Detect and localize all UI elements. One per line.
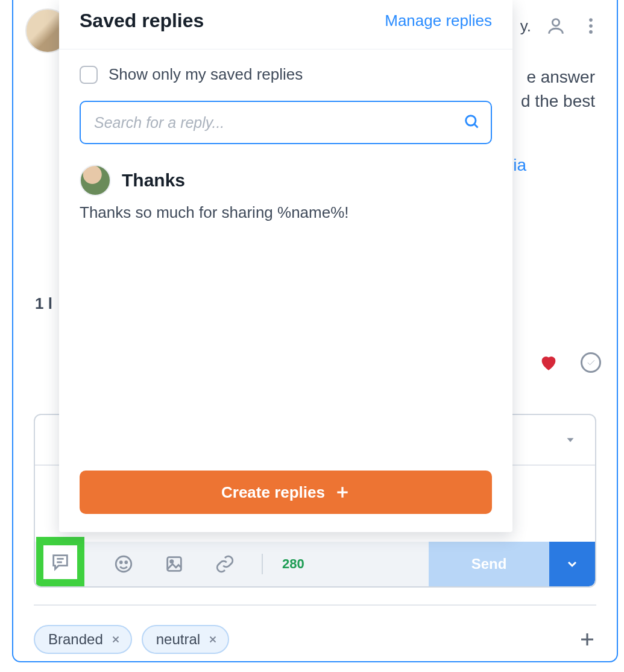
add-tag-button[interactable] xyxy=(578,630,596,648)
tags-row: Branded neutral xyxy=(34,604,596,660)
svg-rect-9 xyxy=(168,557,181,571)
svg-point-6 xyxy=(116,556,131,572)
search-icon[interactable] xyxy=(463,113,480,132)
saved-replies-popover: Saved replies Manage replies Show only m… xyxy=(59,0,512,532)
saved-replies-button-highlight xyxy=(36,537,84,588)
link-icon xyxy=(215,554,235,574)
svg-point-8 xyxy=(125,562,127,563)
heart-icon[interactable] xyxy=(538,352,559,373)
char-count: 280 xyxy=(282,556,304,572)
send-group: Send xyxy=(429,542,595,586)
post-line: e answer xyxy=(526,68,595,86)
chevron-down-icon[interactable] xyxy=(564,433,577,446)
svg-point-11 xyxy=(466,116,476,125)
smile-icon xyxy=(113,554,134,574)
person-icon[interactable] xyxy=(546,16,566,36)
tag-pill-branded[interactable]: Branded xyxy=(34,625,132,654)
send-button-label: Send xyxy=(471,556,507,572)
saved-reply-item[interactable]: Thanks Thanks so much for sharing %name%… xyxy=(80,160,492,227)
post-link-fragment[interactable]: ia xyxy=(513,156,526,175)
speech-bubble-icon xyxy=(50,552,71,572)
tag-remove-icon[interactable] xyxy=(207,634,218,645)
check-circle-icon[interactable] xyxy=(581,352,601,373)
likes-count-fragment: 1 l xyxy=(35,294,52,313)
post-line: d the best xyxy=(521,89,595,113)
post-body-fragment: e answer d the best xyxy=(521,65,595,113)
svg-point-1 xyxy=(589,18,593,22)
tag-label: Branded xyxy=(48,631,103,648)
header-text-fragment: y. xyxy=(520,17,531,36)
saved-reply-title: Thanks xyxy=(122,170,185,191)
tag-pill-neutral[interactable]: neutral xyxy=(142,625,229,654)
avatar xyxy=(80,165,111,196)
emoji-button[interactable] xyxy=(106,547,141,582)
popover-title: Saved replies xyxy=(80,10,204,32)
popover-body: Show only my saved replies Thanks Thanks… xyxy=(59,49,512,532)
manage-replies-link[interactable]: Manage replies xyxy=(385,11,492,30)
main-panel: y. e answer d the best ia 1 l xyxy=(12,0,618,662)
svg-point-2 xyxy=(589,24,593,28)
plus-icon xyxy=(335,484,350,500)
kebab-menu-icon[interactable] xyxy=(581,16,601,36)
chevron-down-icon xyxy=(565,557,579,571)
filter-row: Show only my saved replies xyxy=(80,65,492,84)
composer-toolbar: 280 Send xyxy=(35,542,595,586)
send-button[interactable]: Send xyxy=(429,542,549,586)
create-replies-label: Create replies xyxy=(221,483,325,502)
image-icon xyxy=(164,554,184,574)
reaction-row xyxy=(538,352,601,373)
svg-line-12 xyxy=(474,124,478,128)
search-input[interactable] xyxy=(80,101,492,144)
send-options-button[interactable] xyxy=(549,542,595,586)
popover-header: Saved replies Manage replies xyxy=(59,0,512,49)
post-header: y. xyxy=(520,16,601,36)
my-replies-checkbox-label: Show only my saved replies xyxy=(109,65,303,84)
svg-point-3 xyxy=(589,30,593,34)
svg-point-10 xyxy=(171,560,173,563)
link-button[interactable] xyxy=(207,547,242,582)
svg-point-0 xyxy=(552,19,559,26)
my-replies-checkbox[interactable] xyxy=(80,66,98,84)
tag-remove-icon[interactable] xyxy=(110,634,121,645)
search-wrap xyxy=(80,101,492,144)
create-replies-button[interactable]: Create replies xyxy=(80,471,492,514)
tag-label: neutral xyxy=(156,631,200,648)
svg-point-7 xyxy=(120,562,122,563)
image-button[interactable] xyxy=(157,547,192,582)
toolbar-divider xyxy=(262,554,263,574)
saved-replies-button[interactable] xyxy=(43,545,77,579)
saved-reply-body: Thanks so much for sharing %name%! xyxy=(80,203,492,222)
saved-reply-header: Thanks xyxy=(80,165,492,196)
